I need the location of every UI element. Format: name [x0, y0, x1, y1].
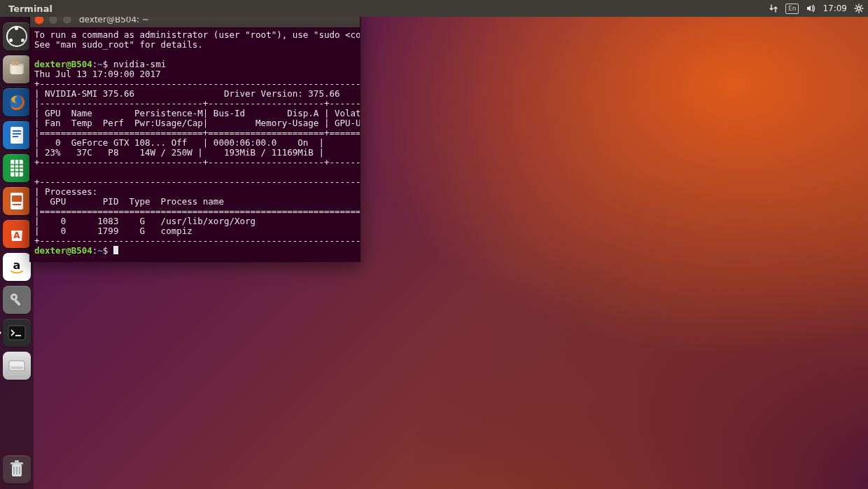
svg-point-16 — [13, 296, 15, 298]
launcher-software[interactable]: A — [1, 219, 32, 249]
launcher-impress[interactable] — [1, 186, 32, 216]
clock[interactable]: 17:09 — [822, 4, 847, 13]
prompt-user-host: dexter@B504 — [34, 59, 92, 69]
nvidia-smi-output: +---------------------------------------… — [34, 78, 360, 246]
shopping-bag-icon: A — [9, 226, 24, 242]
svg-text:A: A — [13, 230, 20, 240]
terminal-window: dexter@B504: ~ To run a command as admin… — [29, 11, 360, 262]
svg-rect-2 — [11, 66, 22, 74]
launcher-settings[interactable] — [1, 284, 32, 315]
svg-rect-21 — [10, 366, 23, 369]
launcher-files[interactable] — [1, 54, 32, 85]
svg-rect-5 — [10, 127, 23, 144]
folder-icon — [8, 62, 25, 77]
svg-rect-8 — [13, 136, 18, 137]
prompt-dollar: $ — [103, 59, 108, 69]
sudo-hint-line1: To run a command as administrator (user … — [34, 29, 360, 40]
prompt-dollar-2: $ — [103, 245, 108, 256]
svg-rect-18 — [8, 326, 25, 340]
system-tray: En 17:09 — [769, 4, 864, 14]
svg-rect-24 — [15, 460, 19, 462]
launcher-device[interactable] — [1, 350, 32, 381]
amazon-icon: a — [8, 258, 26, 276]
document-icon — [9, 126, 24, 144]
launcher-writer[interactable] — [1, 120, 32, 151]
drive-icon — [8, 359, 26, 372]
prompt-path-2: ~ — [97, 245, 103, 256]
launcher-terminal[interactable] — [1, 317, 32, 348]
svg-rect-3 — [12, 62, 19, 65]
svg-rect-23 — [10, 462, 23, 464]
output-date: Thu Jul 13 17:09:00 2017 — [34, 69, 161, 79]
svg-rect-6 — [13, 130, 21, 132]
svg-rect-11 — [12, 195, 22, 202]
keyboard-language-indicator[interactable]: En — [785, 4, 799, 14]
presentation-icon — [9, 192, 24, 210]
terminal-body[interactable]: To run a command as administrator (user … — [30, 27, 360, 261]
command-1: nvidia-smi — [113, 59, 166, 69]
prompt-user-host-2: dexter@B504 — [34, 245, 92, 256]
top-menubar: Terminal En 17:09 — [0, 0, 868, 17]
launcher-dash[interactable] — [1, 21, 32, 52]
svg-rect-7 — [13, 133, 21, 135]
launcher-calc[interactable] — [1, 153, 32, 184]
gear-wrench-icon — [8, 291, 26, 309]
cursor — [113, 246, 118, 254]
unity-launcher: A a — [0, 17, 34, 489]
svg-point-0 — [858, 7, 860, 10]
terminal-icon — [8, 325, 26, 340]
system-gear-icon[interactable] — [854, 4, 864, 13]
volume-icon[interactable] — [806, 4, 816, 13]
ubuntu-logo-icon — [6, 26, 27, 47]
spreadsheet-icon — [9, 159, 24, 177]
prompt-path: ~ — [97, 59, 103, 69]
svg-rect-12 — [13, 204, 21, 205]
trash-icon — [9, 460, 24, 478]
launcher-firefox[interactable] — [1, 87, 32, 118]
svg-rect-17 — [14, 299, 21, 306]
launcher-trash[interactable] — [1, 454, 32, 485]
launcher-amazon[interactable]: a — [1, 252, 32, 282]
network-icon[interactable] — [769, 4, 778, 13]
firefox-icon — [7, 92, 27, 112]
svg-text:a: a — [13, 259, 21, 272]
active-app-title: Terminal — [8, 4, 52, 14]
sudo-hint-line2: See "man sudo_root" for details. — [34, 39, 203, 50]
svg-rect-19 — [15, 335, 21, 336]
